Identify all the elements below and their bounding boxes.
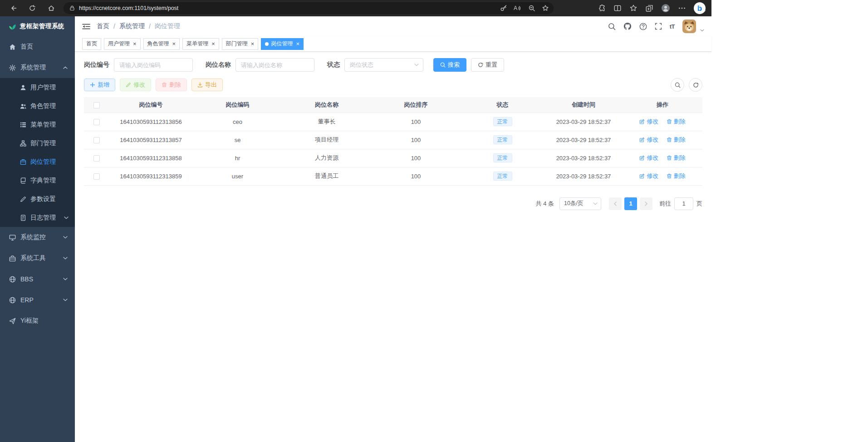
row-edit-button[interactable]: 修改	[639, 154, 658, 162]
sidebar-item-system-tools[interactable]: 系统工具	[0, 248, 75, 269]
star-add-icon	[542, 5, 549, 12]
next-page-button[interactable]	[640, 197, 652, 210]
favorites-button[interactable]	[629, 4, 638, 12]
tab-menu-mgmt[interactable]: 菜单管理 ×	[182, 38, 219, 50]
url-text[interactable]: https://ccnetcore.com:1101/system/post	[79, 5, 500, 11]
sidebar-item-system-monitor[interactable]: 系统监控	[0, 227, 75, 248]
sidebar-item-post-mgmt[interactable]: 岗位管理	[0, 152, 75, 171]
table-row[interactable]: 1641030593112313858 hr 人力资源 100 正常 2023-…	[84, 149, 702, 167]
refresh-icon	[478, 62, 483, 68]
add-button[interactable]: 新增	[84, 79, 115, 91]
tab-post-mgmt[interactable]: 岗位管理 ×	[261, 38, 304, 50]
sidebar-item-system-mgmt[interactable]: 系统管理	[0, 57, 75, 78]
edit-button[interactable]: 修改	[120, 79, 151, 91]
browser-profile-button[interactable]	[661, 4, 670, 13]
fullscreen-button[interactable]	[655, 23, 662, 30]
row-checkbox[interactable]	[93, 173, 100, 180]
split-screen-icon	[613, 4, 622, 12]
browser-back-button[interactable]	[6, 2, 20, 15]
prev-page-button[interactable]	[609, 197, 622, 210]
row-edit-button[interactable]: 修改	[639, 172, 658, 180]
table-toolbar: 新增 修改 删除 导出	[84, 78, 702, 92]
row-delete-button[interactable]: 删除	[667, 172, 686, 180]
sidebar-item-erp[interactable]: ERP	[0, 290, 75, 310]
tab-label: 角色管理	[147, 40, 169, 48]
user-avatar[interactable]	[682, 20, 696, 33]
tab-user-mgmt[interactable]: 用户管理 ×	[104, 38, 141, 50]
table-header-row: 岗位编号 岗位编码 岗位名称 岗位排序 状态 创建时间 操作	[84, 97, 702, 113]
reset-button[interactable]: 重置	[471, 58, 504, 72]
row-checkbox[interactable]	[93, 119, 100, 125]
page-number-button[interactable]: 1	[624, 197, 637, 210]
row-edit-button[interactable]: 修改	[639, 118, 658, 126]
post-code-input[interactable]	[114, 58, 193, 72]
svg-text:b: b	[697, 4, 702, 13]
help-button[interactable]	[639, 23, 647, 30]
sidebar-item-dict-mgmt[interactable]: 字典管理	[0, 171, 75, 190]
row-checkbox[interactable]	[93, 137, 100, 143]
split-screen-button[interactable]	[613, 4, 622, 12]
cell-post-name: 董事长	[282, 113, 371, 131]
tab-label: 用户管理	[108, 40, 130, 48]
active-tab-dot	[265, 42, 269, 46]
chevron-down-icon	[593, 202, 598, 205]
row-delete-button[interactable]: 删除	[667, 136, 686, 144]
close-icon[interactable]: ×	[133, 41, 137, 47]
browser-address-bar[interactable]: https://ccnetcore.com:1101/system/post A	[64, 2, 554, 14]
table-row[interactable]: 1641030593112313856 ceo 董事长 100 正常 2023-…	[84, 113, 702, 131]
tab-home[interactable]: 首页	[82, 38, 101, 50]
tab-dept-mgmt[interactable]: 部门管理 ×	[222, 38, 259, 50]
close-icon[interactable]: ×	[296, 41, 299, 47]
sidebar-item-dept-mgmt[interactable]: 部门管理	[0, 134, 75, 152]
goto-page-input[interactable]	[674, 197, 693, 210]
sidebar-item-user-mgmt[interactable]: 用户管理	[0, 78, 75, 97]
reset-button-label: 重置	[485, 61, 497, 69]
browser-refresh-button[interactable]	[25, 2, 39, 15]
status-select[interactable]: 岗位状态	[344, 58, 423, 72]
sidebar-item-role-mgmt[interactable]: 角色管理	[0, 97, 75, 115]
sidebar-item-log-mgmt[interactable]: 日志管理	[0, 208, 75, 227]
tab-role-mgmt[interactable]: 角色管理 ×	[143, 38, 180, 50]
sidebar-item-bbs[interactable]: BBS	[0, 269, 75, 290]
sidebar-item-menu-mgmt[interactable]: 菜单管理	[0, 115, 75, 134]
close-icon[interactable]: ×	[251, 41, 255, 47]
password-key-button[interactable]	[500, 5, 507, 12]
table-row[interactable]: 1641030593112313857 se 项目经理 100 正常 2023-…	[84, 131, 702, 149]
close-icon[interactable]: ×	[211, 41, 215, 47]
delete-button[interactable]: 删除	[156, 79, 187, 91]
sidebar-item-home[interactable]: 首页	[0, 36, 75, 57]
collections-button[interactable]	[645, 4, 653, 12]
search-button[interactable]: 搜索	[433, 58, 466, 72]
select-all-checkbox[interactable]	[93, 102, 100, 108]
row-edit-button[interactable]: 修改	[639, 136, 658, 144]
extensions-button[interactable]	[598, 4, 606, 12]
post-name-input[interactable]	[235, 58, 314, 72]
breadcrumb-home[interactable]: 首页	[97, 22, 109, 30]
sidebar-item-param-settings[interactable]: 参数设置	[0, 190, 75, 208]
page-size-select[interactable]: 10条/页	[559, 197, 601, 210]
github-button[interactable]	[623, 22, 632, 30]
row-delete-button[interactable]: 删除	[667, 154, 686, 162]
row-checkbox[interactable]	[93, 155, 100, 162]
font-size-button[interactable]: tT	[670, 23, 675, 30]
zoom-out-button[interactable]	[528, 5, 535, 12]
sidebar-item-label: 角色管理	[30, 102, 56, 110]
browser-settings-button[interactable]	[678, 4, 686, 12]
app-logo[interactable]: 意框架管理系统	[0, 16, 75, 36]
add-favorite-button[interactable]	[542, 5, 549, 12]
sidebar-fold-button[interactable]	[82, 23, 90, 30]
header-search-button[interactable]	[608, 23, 616, 30]
close-icon[interactable]: ×	[172, 41, 176, 47]
toggle-search-button[interactable]	[671, 78, 684, 92]
bing-copilot-button[interactable]: b	[694, 2, 706, 14]
browser-home-button[interactable]	[44, 2, 58, 15]
refresh-table-button[interactable]	[689, 78, 702, 92]
export-button[interactable]: 导出	[191, 79, 223, 91]
read-aloud-button[interactable]: A	[514, 5, 522, 11]
row-delete-button[interactable]: 删除	[667, 118, 686, 126]
cell-post-code: se	[193, 131, 282, 149]
sidebar-item-yi-framework[interactable]: Yi框架	[0, 310, 75, 331]
breadcrumb-system-mgmt[interactable]: 系统管理	[119, 22, 145, 30]
table-row[interactable]: 1641030593112313859 user 普通员工 100 正常 202…	[84, 167, 702, 185]
row-delete-label: 删除	[674, 172, 686, 180]
